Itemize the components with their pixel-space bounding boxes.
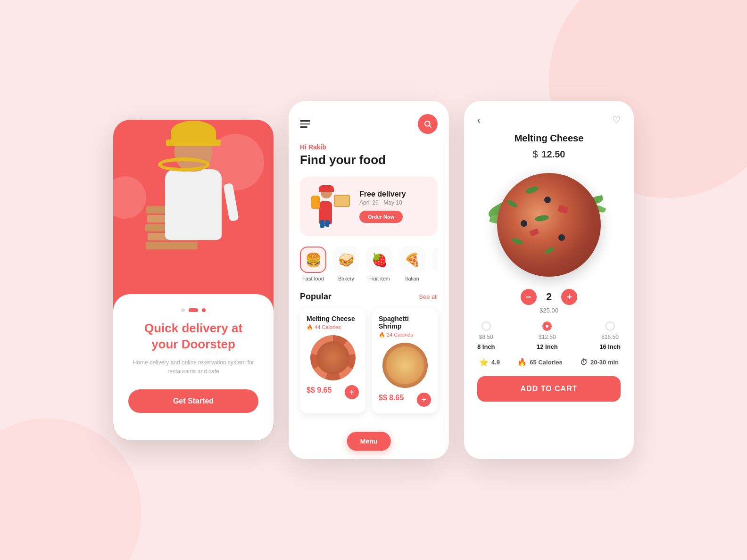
add-to-cart-button-2[interactable]: + <box>417 393 431 407</box>
meat-1 <box>558 205 569 214</box>
calories-value: 65 Calories <box>530 359 562 366</box>
food-detail-price: $ 12.50 <box>477 146 621 161</box>
food-detail-name: Melting Cheese <box>477 133 621 144</box>
screen3-header: ‹ ♡ <box>477 114 621 125</box>
topping-2 <box>506 199 518 209</box>
hamburger-line-2 <box>300 124 310 125</box>
person-body <box>165 169 222 240</box>
rating-value: 4.9 <box>491 359 500 366</box>
food-name-1: Melting Cheese <box>307 315 359 322</box>
screen1-bottom-card: Quick delivery at your Doorstep Home del… <box>113 294 274 440</box>
illus-leg1 <box>320 220 324 228</box>
size-label-medium: 12 Inch <box>537 343 558 350</box>
size-label-large: 16 Inch <box>599 343 621 350</box>
search-icon <box>423 120 432 128</box>
topping-4 <box>511 237 524 246</box>
hamburger-line-3 <box>300 126 307 128</box>
favorite-button[interactable]: ♡ <box>612 114 621 125</box>
quantity-value: 2 <box>546 291 552 303</box>
food-cal-2: 🔥 24 Calories <box>379 332 431 338</box>
topping-5 <box>544 246 555 255</box>
onboarding-title: Quick delivery at your Doorstep <box>144 321 242 353</box>
hot-icon-wrap: 🌶️ <box>432 247 438 273</box>
food-cal-1: 🔥 44 Calories <box>307 324 359 330</box>
svg-line-1 <box>429 125 431 127</box>
headline-text: Find your food <box>300 153 438 167</box>
illus-box <box>334 195 350 207</box>
person-hat <box>171 121 216 144</box>
category-bakery[interactable]: 🥪 Bakery <box>333 247 359 281</box>
screen3-detail: ‹ ♡ Melting Cheese $ 12.50 <box>464 101 634 459</box>
pizza-box <box>146 242 198 249</box>
banner-date: April 26 - May 10 <box>359 199 428 206</box>
bakery-label: Bakery <box>338 276 354 281</box>
screens-container: Quick delivery at your Doorstep Home del… <box>113 101 634 459</box>
food-image-1 <box>310 335 356 380</box>
category-hot[interactable]: 🌶️ Hot <box>432 247 438 281</box>
food-name-2: Spaghetti Shrimp <box>379 315 431 330</box>
see-all-link[interactable]: See all <box>419 293 438 300</box>
size-price-large: $16.50 <box>601 334 619 340</box>
food-card-spaghetti: Spaghetti Shrimp 🔥 24 Calories $$ 8.65 + <box>372 308 438 413</box>
food-card-melting-cheese: Melting Cheese 🔥 44 Calories $$ 9.65 + <box>300 308 365 413</box>
bakery-icon-wrap: 🥪 <box>333 247 359 273</box>
size-price-medium: $12.50 <box>539 334 556 340</box>
food-categories: 🍔 Fast food 🥪 Bakery 🍓 Fruit item 🍕 Ital… <box>300 247 438 281</box>
clock-icon: ⏱ <box>580 358 588 367</box>
banner-illustration <box>309 185 352 228</box>
size-price-small: $8.50 <box>479 334 493 340</box>
quantity-increase-button[interactable]: + <box>561 289 577 305</box>
fastfood-label: Fast food <box>302 276 324 281</box>
screen2-home: Hi Rakib Find your food <box>289 101 449 459</box>
category-fastfood[interactable]: 🍔 Fast food <box>300 247 326 281</box>
svg-point-0 <box>425 121 430 126</box>
search-button[interactable] <box>418 114 438 134</box>
pizza-image-circle <box>497 173 601 277</box>
olive-3 <box>558 234 565 241</box>
meat-2 <box>529 228 539 236</box>
greeting-text: Hi Rakib <box>300 143 438 151</box>
delivery-person-illustration <box>113 120 274 318</box>
popular-title: Popular <box>300 292 332 302</box>
calories-info: 🔥 65 Calories <box>517 358 562 367</box>
back-button[interactable]: ‹ <box>477 115 481 125</box>
promo-banner[interactable]: Free delivery April 26 - May 10 Order No… <box>300 177 438 236</box>
size-option-medium[interactable]: $12.50 12 Inch <box>537 321 558 350</box>
dot-2-active <box>189 308 198 312</box>
order-now-button[interactable]: Order Now <box>359 211 403 223</box>
fruit-label: Fruit item <box>368 276 390 281</box>
screen1-onboarding: Quick delivery at your Doorstep Home del… <box>113 120 274 440</box>
quantity-decrease-button[interactable]: − <box>521 289 537 305</box>
olive-1 <box>544 197 551 203</box>
person-headphones <box>158 157 210 172</box>
food-price-2: $$ 8.65 <box>379 394 404 402</box>
olive-2 <box>521 220 527 227</box>
italian-icon-wrap: 🍕 <box>399 247 425 273</box>
time-value: 20-30 min <box>590 359 619 366</box>
fastfood-icon-wrap: 🍔 <box>300 247 326 273</box>
food-info-row: ⭐ 4.9 🔥 65 Calories ⏱ 20-30 min <box>477 358 621 367</box>
menu-icon[interactable] <box>300 120 310 128</box>
topping-1 <box>525 185 539 195</box>
italian-label: Italian <box>405 276 419 281</box>
fire-icon: 🔥 <box>517 358 527 367</box>
illus-backpack <box>311 196 320 209</box>
illus-leg2 <box>324 220 330 227</box>
get-started-button[interactable]: Get Started <box>128 389 258 413</box>
size-option-small[interactable]: $8.50 8 Inch <box>477 321 495 350</box>
category-italian[interactable]: 🍕 Italian <box>399 247 425 281</box>
rating-info: ⭐ 4.9 <box>479 358 500 367</box>
quantity-total: $25.00 <box>477 307 621 314</box>
size-radio-small <box>481 321 491 331</box>
menu-pill-button[interactable]: Menu <box>347 432 391 451</box>
size-label-small: 8 Inch <box>477 343 495 350</box>
add-to-cart-button[interactable]: ADD TO CART <box>477 376 621 402</box>
add-to-cart-button-1[interactable]: + <box>345 385 359 399</box>
size-option-large[interactable]: $16.50 16 Inch <box>599 321 621 350</box>
popular-header: Popular See all <box>300 292 438 302</box>
food-price-1: $$ 9.65 <box>307 386 332 395</box>
category-fruit[interactable]: 🍓 Fruit item <box>366 247 392 281</box>
quantity-row: − 2 + <box>477 289 621 305</box>
screen2-header <box>300 114 438 134</box>
pagination-dots <box>181 308 206 312</box>
